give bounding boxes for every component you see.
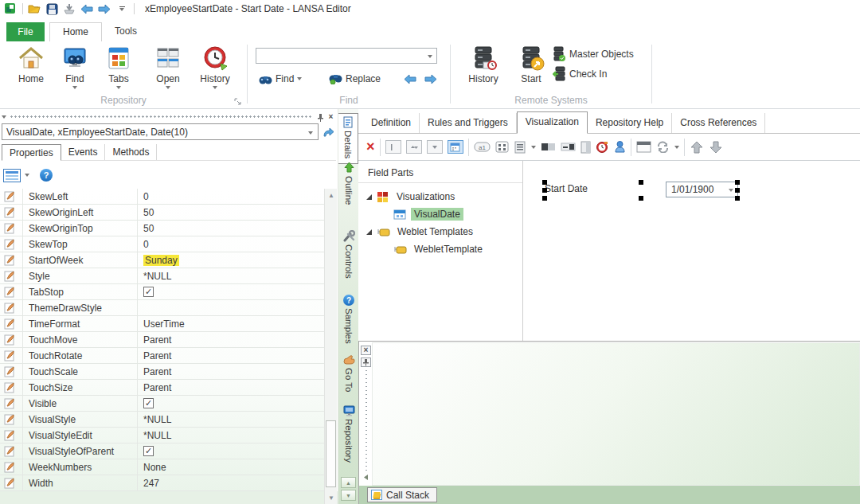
properties-scrollbar[interactable]: ▲ ▼: [324, 189, 337, 504]
tab-home[interactable]: Home: [49, 22, 102, 41]
quick-access-dropdown-icon[interactable]: [115, 2, 129, 16]
property-row[interactable]: Width 247: [0, 475, 324, 491]
property-row[interactable]: SkewLeft 0: [0, 189, 324, 205]
expander-icon[interactable]: [366, 194, 372, 200]
selection-handle[interactable]: [542, 196, 547, 201]
dock-drag-handle[interactable]: [365, 369, 368, 471]
open-icon[interactable]: [27, 2, 41, 16]
selection-handle[interactable]: [639, 180, 643, 185]
remote-start-button[interactable]: Start: [510, 45, 553, 94]
tab-call-stack[interactable]: Call Stack: [367, 487, 437, 502]
tab-file[interactable]: File: [6, 22, 45, 41]
spinedit-tool-icon[interactable]: [406, 140, 422, 154]
list-dropdown-icon[interactable]: [531, 146, 536, 149]
tab-rules-and-triggers[interactable]: Rules and Triggers: [420, 113, 517, 133]
close-icon[interactable]: ×: [361, 346, 371, 355]
tab-events[interactable]: Events: [61, 144, 106, 160]
tabs-button[interactable]: Tabs: [97, 45, 140, 94]
component-selector[interactable]: VisualDate, xEmployeeStartDate, Date(10): [2, 123, 319, 140]
side-tab-goto[interactable]: Go To: [338, 354, 359, 392]
panel-menu-icon[interactable]: [2, 115, 6, 119]
property-row[interactable]: StartOfWeek Sunday: [0, 252, 324, 268]
design-surface[interactable]: Start Date 1/01/1900: [526, 161, 860, 341]
tab-cross-references[interactable]: Cross References: [672, 113, 765, 133]
selector-dropdown-icon[interactable]: [308, 131, 313, 135]
forward-icon[interactable]: [97, 2, 111, 16]
side-tab-controls[interactable]: Controls: [338, 230, 359, 279]
call-stack-content[interactable]: [372, 342, 860, 486]
date-picker[interactable]: 1/01/1900: [666, 182, 738, 197]
side-tab-outline[interactable]: Outline: [338, 162, 359, 205]
property-row[interactable]: WeekNumbers None: [0, 459, 324, 475]
timer-tool-icon[interactable]: [596, 140, 609, 154]
selection-handle[interactable]: [639, 196, 643, 201]
panel-tool-icon[interactable]: [636, 141, 651, 153]
master-objects-button[interactable]: Master Objects: [553, 46, 634, 62]
side-tab-samples[interactable]: ? Samples: [338, 295, 359, 344]
back-icon[interactable]: [80, 2, 94, 16]
save-icon[interactable]: [45, 2, 59, 16]
move-down-icon[interactable]: [709, 140, 723, 154]
tree-item-weblet-templates[interactable]: Weblet Templates: [358, 223, 521, 240]
checkbox-checked-icon[interactable]: ✓: [143, 287, 154, 297]
checkbox-checked-icon[interactable]: ✓: [143, 446, 154, 456]
property-row[interactable]: TouchRotate Parent: [0, 348, 324, 364]
home-button[interactable]: Home: [10, 45, 53, 94]
property-row[interactable]: TimeFormat UserTime: [0, 316, 324, 332]
strip-scroll-up-icon[interactable]: ▲: [341, 477, 356, 488]
property-row[interactable]: TouchSize Parent: [0, 380, 324, 396]
datepicker-tool-icon[interactable]: [448, 140, 463, 154]
scroll-down-icon[interactable]: ▼: [325, 491, 338, 504]
tree-item-visualdate[interactable]: VisualDate: [358, 205, 521, 223]
selection-handle[interactable]: [542, 188, 547, 193]
property-row[interactable]: SkewOriginTop 50: [0, 221, 324, 236]
find-previous-button[interactable]: [404, 70, 416, 88]
toggle-dark-tool-icon[interactable]: [541, 143, 556, 151]
label-tool-icon[interactable]: a1: [474, 142, 491, 152]
pin-icon[interactable]: [361, 357, 371, 367]
selection-handle[interactable]: [735, 196, 740, 201]
property-row[interactable]: TabStop ✓: [0, 284, 324, 300]
selection-handle[interactable]: [542, 180, 547, 185]
prompt-tool-icon[interactable]: [614, 140, 626, 154]
scrollbar-thumb[interactable]: [326, 420, 336, 487]
find-dropdown-button[interactable]: Find: [259, 70, 302, 88]
property-row[interactable]: SkewOriginLeft 50: [0, 205, 324, 221]
collapse-arrow-icon[interactable]: [362, 472, 369, 483]
pin-icon[interactable]: [315, 112, 326, 122]
side-tab-repository[interactable]: Repository: [338, 405, 359, 463]
history-button[interactable]: History: [194, 45, 236, 94]
selection-handle[interactable]: [735, 180, 740, 185]
close-icon[interactable]: ×: [326, 112, 336, 122]
sync-dropdown-icon[interactable]: [674, 146, 679, 149]
property-row[interactable]: VisualStyleEdit *NULL: [0, 428, 324, 443]
textbox-tool-icon[interactable]: [385, 140, 401, 154]
property-row[interactable]: TouchScale Parent: [0, 364, 324, 380]
combobox-tool-icon[interactable]: [427, 140, 443, 154]
replace-button[interactable]: Replace: [329, 70, 381, 88]
property-row[interactable]: VisualStyleOfParent ✓: [0, 443, 324, 459]
delete-icon[interactable]: ×: [366, 139, 375, 155]
date-dropdown-icon[interactable]: [729, 189, 733, 192]
property-row[interactable]: Style *NULL: [0, 268, 324, 284]
check-in-button[interactable]: Check In: [553, 66, 607, 82]
tab-visualization[interactable]: Visualization: [517, 111, 588, 134]
view-dropdown-icon[interactable]: [25, 174, 29, 177]
scrollpane-tool-icon[interactable]: [580, 141, 591, 154]
expander-icon[interactable]: [366, 229, 372, 235]
property-row[interactable]: VisualStyle *NULL: [0, 412, 324, 428]
side-tab-details[interactable]: Details: [338, 113, 358, 164]
remote-history-button[interactable]: History: [462, 45, 505, 94]
open-component-button[interactable]: [321, 124, 337, 140]
tab-definition[interactable]: Definition: [363, 113, 420, 133]
scroll-up-icon[interactable]: ▲: [325, 189, 338, 201]
open-button[interactable]: Open: [147, 45, 190, 94]
sync-tool-icon[interactable]: [656, 141, 670, 153]
help-icon[interactable]: ?: [40, 169, 53, 182]
panel-drag-handle[interactable]: [10, 115, 312, 119]
find-button[interactable]: Find: [53, 45, 96, 94]
tab-properties[interactable]: Properties: [2, 144, 61, 161]
move-up-icon[interactable]: [690, 140, 704, 154]
strip-scroll-down-icon[interactable]: ▼: [341, 490, 356, 501]
dialog-launcher-icon[interactable]: [234, 97, 242, 105]
